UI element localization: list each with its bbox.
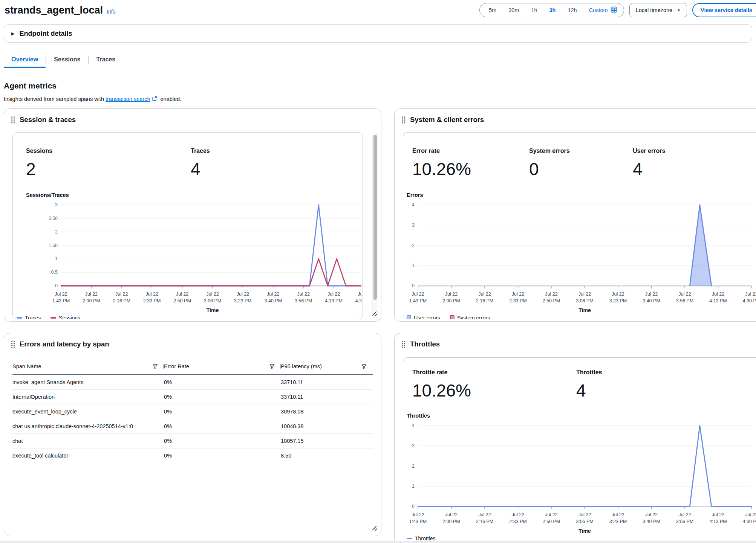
chevron-down-icon: ▼ — [677, 8, 681, 12]
svg-text:Jul 22: Jul 22 — [745, 291, 756, 297]
table-cell: execute_tool calculator — [12, 453, 164, 459]
svg-text:2.50: 2.50 — [49, 216, 58, 221]
time-range-3h[interactable]: 3h — [543, 7, 562, 13]
svg-text:Time: Time — [578, 528, 591, 534]
table-cell: InternalOperation — [12, 394, 164, 400]
svg-text:Jul 22: Jul 22 — [712, 291, 724, 297]
svg-text:Jul 22: Jul 22 — [645, 512, 658, 517]
svg-text:2:00 PM: 2:00 PM — [442, 519, 460, 524]
chart-title: Sessions/Traces — [13, 192, 363, 198]
table-cell: 8.50 — [281, 453, 373, 459]
panel-system-client-errors: System & client errors Error rate 10.26%… — [394, 108, 756, 322]
column-header-p95-latency[interactable]: P95 latency (ms) — [281, 363, 373, 369]
scrollbar-thumb[interactable] — [373, 135, 377, 300]
endpoint-details-expander[interactable]: ▶ Endpoint details — [4, 24, 752, 43]
panel-session-traces: Session & traces Sessions 2 Traces 4 Ses… — [4, 108, 381, 322]
metric-user-errors: User errors 4 — [633, 148, 665, 179]
legend-item[interactable]: System errors — [450, 315, 490, 319]
metric-label: Throttles — [576, 369, 602, 376]
tab-sessions[interactable]: Sessions — [46, 52, 88, 68]
transaction-search-link[interactable]: transaction search — [106, 96, 150, 102]
filter-icon[interactable] — [153, 364, 158, 369]
system-client-errors-card: Error rate 10.26% System errors 0 User e… — [403, 132, 756, 319]
legend-item[interactable]: User errors — [407, 315, 440, 319]
table-row: chat0%10057.15 — [12, 434, 373, 448]
chart-scrollbar[interactable] — [372, 133, 378, 316]
svg-text:2:50 PM: 2:50 PM — [173, 298, 191, 304]
svg-text:0: 0 — [412, 504, 415, 509]
drag-handle-icon[interactable] — [11, 116, 15, 124]
svg-text:Jul 22: Jul 22 — [545, 291, 557, 297]
custom-label: Custom — [589, 7, 608, 13]
table-cell: chat us.anthropic.claude-sonnet-4-202505… — [12, 423, 164, 429]
info-link[interactable]: Info — [107, 9, 115, 15]
drag-handle-icon[interactable] — [401, 340, 406, 348]
svg-text:Jul 22: Jul 22 — [445, 291, 458, 297]
svg-text:Jul 22: Jul 22 — [85, 291, 98, 297]
svg-text:3:06 PM: 3:06 PM — [576, 298, 594, 304]
timezone-dropdown[interactable]: Local timezone ▼ — [629, 3, 687, 17]
panel-header: Throttles — [395, 333, 756, 348]
legend-label: User errors — [414, 315, 440, 319]
svg-text:Jul 22: Jul 22 — [612, 512, 624, 517]
resize-handle-icon[interactable] — [372, 311, 378, 318]
svg-text:1.50: 1.50 — [49, 243, 58, 248]
view-service-details-label: View service details — [701, 7, 752, 13]
page-bottom-strip — [0, 541, 756, 543]
svg-text:Jul 22: Jul 22 — [645, 291, 658, 297]
filter-icon[interactable] — [361, 364, 367, 369]
insights-text: Insights derived from sampled spans with… — [4, 96, 756, 102]
panel-title: System & client errors — [410, 116, 484, 124]
time-range-1h[interactable]: 1h — [525, 7, 543, 13]
column-header-span-name[interactable]: Span Name — [12, 363, 164, 369]
metric-value: 0 — [529, 159, 633, 179]
metric-row: Error rate 10.26% System errors 0 User e… — [403, 133, 756, 179]
view-service-details-button[interactable]: View service details — [692, 3, 756, 17]
legend-item[interactable]: Traces — [17, 315, 41, 319]
svg-text:3: 3 — [55, 202, 58, 207]
time-range-12h[interactable]: 12h — [562, 7, 583, 13]
time-range-5m[interactable]: 5m — [483, 7, 502, 13]
drag-handle-icon[interactable] — [11, 340, 15, 348]
svg-text:Jul 22: Jul 22 — [115, 291, 128, 297]
drag-handle-icon[interactable] — [401, 116, 406, 124]
filter-icon[interactable] — [269, 364, 275, 369]
metric-label: Error rate — [412, 148, 529, 154]
svg-text:3:40 PM: 3:40 PM — [643, 298, 660, 304]
throttles-card: Throttle rate 10.26% Throttles 4 Throttl… — [403, 357, 756, 543]
panel-header: Session & traces — [4, 109, 381, 124]
tab-traces[interactable]: Traces — [89, 52, 123, 68]
metric-value: 4 — [633, 159, 665, 179]
column-label: Span Name — [12, 363, 41, 369]
svg-text:0.5: 0.5 — [51, 270, 58, 275]
svg-text:Jul 22: Jul 22 — [412, 512, 424, 517]
metric-label: Sessions — [26, 148, 191, 154]
svg-text:Jul 22: Jul 22 — [412, 291, 424, 297]
svg-text:1:43 PM: 1:43 PM — [409, 519, 427, 524]
tab-overview[interactable]: Overview — [4, 52, 46, 68]
panel-title: Throttles — [410, 340, 440, 348]
svg-text:1:43 PM: 1:43 PM — [409, 298, 427, 304]
time-range-30m[interactable]: 30m — [502, 7, 525, 13]
svg-text:2:16 PM: 2:16 PM — [476, 298, 494, 304]
legend-item[interactable]: Sessions — [51, 315, 80, 319]
insights-prefix: Insights derived from sampled spans with — [4, 96, 104, 102]
metric-throttles: Throttles 4 — [576, 369, 602, 401]
svg-text:1: 1 — [55, 256, 58, 261]
svg-text:2:16 PM: 2:16 PM — [113, 298, 131, 304]
svg-text:Jul 22: Jul 22 — [712, 512, 724, 517]
column-header-error-rate[interactable]: Error Rate — [164, 363, 281, 369]
metric-value: 4 — [191, 159, 210, 179]
time-range-custom[interactable]: Custom — [583, 6, 621, 14]
svg-text:4:30 PM: 4:30 PM — [743, 519, 756, 524]
svg-text:0: 0 — [55, 283, 58, 288]
svg-text:3:40 PM: 3:40 PM — [265, 298, 282, 304]
panel-errors-latency-by-span: Errors and latency by span Span Name Err… — [4, 333, 381, 536]
svg-text:2:00 PM: 2:00 PM — [442, 298, 460, 304]
resize-handle-icon[interactable] — [372, 526, 378, 533]
panel-title: Session & traces — [20, 116, 76, 124]
svg-text:3:06 PM: 3:06 PM — [204, 298, 222, 304]
chart-title: Errors — [403, 192, 756, 198]
errors-chart: 43210Jul 221:43 PMJul 222:00 PMJul 222:1… — [407, 200, 756, 314]
metric-label: User errors — [633, 148, 665, 154]
